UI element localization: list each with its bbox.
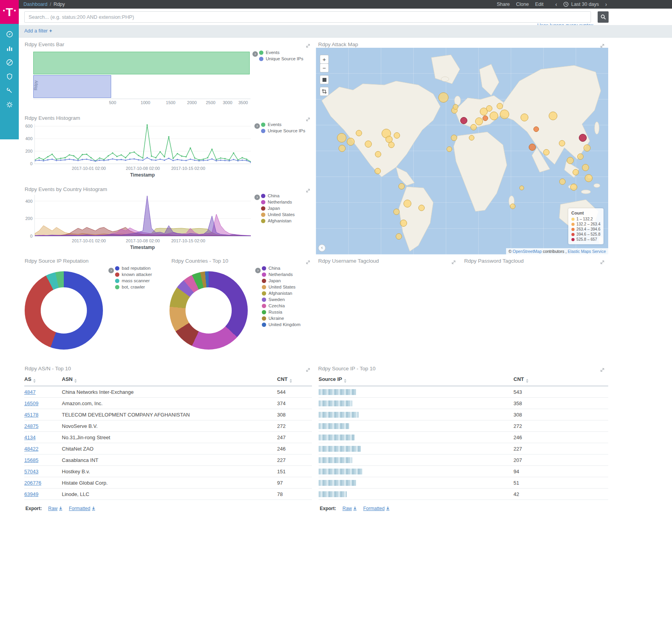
attack-circle[interactable] — [559, 179, 566, 185]
attack-circle[interactable] — [475, 117, 483, 125]
legend-item[interactable]: United States — [261, 212, 295, 217]
legend-item[interactable]: China — [262, 266, 301, 271]
sidebar-item-security[interactable] — [0, 69, 19, 83]
sidebar-item-devtools[interactable] — [0, 83, 19, 97]
export-raw-link[interactable]: Raw — [342, 506, 357, 511]
expand-icon[interactable] — [451, 259, 456, 264]
openstreetmap-link[interactable]: OpenStreetMap — [513, 249, 542, 254]
attack-circle[interactable] — [404, 200, 411, 207]
legend-item[interactable]: Czechia — [262, 303, 301, 308]
attack-circle[interactable] — [500, 110, 509, 119]
legend-toggle-icon[interactable]: › — [254, 123, 260, 129]
expand-icon[interactable] — [600, 259, 605, 264]
as-link[interactable]: 63949 — [24, 491, 38, 497]
sidebar-item-dashboard[interactable] — [0, 55, 19, 69]
attack-circle[interactable] — [567, 157, 574, 164]
attack-circle[interactable] — [573, 169, 579, 175]
attack-circle[interactable] — [460, 117, 467, 124]
legend-item[interactable]: Afghanistan — [262, 291, 301, 296]
reputation-donut-chart[interactable] — [25, 271, 103, 350]
share-button[interactable]: Share — [497, 2, 510, 7]
attack-circle[interactable] — [438, 92, 449, 103]
attack-circle[interactable] — [519, 186, 524, 190]
attack-circle[interactable] — [577, 153, 584, 160]
as-link[interactable]: 45178 — [24, 412, 38, 418]
attack-circle[interactable] — [559, 140, 565, 146]
legend-item[interactable]: known attacker — [115, 272, 152, 277]
expand-icon[interactable] — [306, 188, 310, 192]
attack-circle[interactable] — [470, 124, 477, 130]
sidebar-item-visualize[interactable] — [0, 41, 19, 55]
world-map[interactable]: + − Count 1 – 132.2132.2 – 263.4263.4 – … — [316, 48, 608, 254]
legend-toggle-icon[interactable]: › — [255, 268, 261, 273]
attack-circle[interactable] — [497, 103, 503, 109]
telekom-logo[interactable]: T — [0, 0, 19, 24]
attack-circle[interactable] — [451, 135, 457, 141]
attack-circle[interactable] — [398, 183, 405, 189]
bar-unique-source-ips[interactable] — [33, 75, 111, 98]
attack-circle[interactable] — [549, 112, 557, 120]
attack-circle[interactable] — [521, 114, 528, 121]
expand-icon[interactable] — [306, 43, 310, 47]
legend-item[interactable]: Events — [259, 50, 303, 55]
as-link[interactable]: 24875 — [24, 423, 38, 429]
export-raw-link[interactable]: Raw — [48, 506, 63, 511]
legend-item[interactable]: Ukraine — [262, 316, 301, 321]
breadcrumb-dashboard-link[interactable]: Dashboard — [23, 2, 47, 7]
attack-circle[interactable] — [486, 105, 492, 112]
attack-circle[interactable] — [585, 174, 593, 182]
attack-circle[interactable] — [490, 112, 498, 120]
column-header-asn[interactable]: ASN — [62, 376, 277, 383]
sidebar-item-discover[interactable] — [0, 27, 19, 41]
attack-circle[interactable] — [365, 141, 372, 148]
legend-toggle-icon[interactable]: › — [254, 195, 260, 200]
attack-circle[interactable] — [543, 149, 549, 155]
attack-circle[interactable] — [375, 151, 381, 157]
as-link[interactable]: 4847 — [24, 389, 36, 395]
draw-filter-button[interactable] — [320, 87, 329, 96]
legend-item[interactable]: bad reputation — [115, 266, 152, 271]
attack-circle[interactable] — [356, 130, 362, 136]
legend-item[interactable]: bot, crawler — [115, 285, 152, 289]
edit-button[interactable]: Edit — [535, 2, 544, 7]
expand-icon[interactable] — [306, 367, 310, 372]
legend-item[interactable]: Events — [261, 122, 305, 127]
attack-circle[interactable] — [584, 144, 591, 151]
attribution-toggle[interactable]: ‹ — [318, 244, 326, 252]
sidebar-item-management[interactable] — [0, 97, 19, 112]
attack-circle[interactable] — [579, 134, 587, 142]
fit-bounds-button[interactable] — [320, 75, 329, 84]
attack-circle[interactable] — [418, 205, 425, 211]
as-link[interactable]: 206776 — [24, 480, 41, 486]
attack-circle[interactable] — [388, 142, 395, 148]
countries-donut-chart[interactable] — [169, 271, 248, 350]
legend-item[interactable]: mass scanner — [115, 278, 152, 283]
attack-circle[interactable] — [453, 104, 458, 110]
legend-item[interactable]: Afghanistan — [261, 218, 295, 223]
legend-item[interactable]: Japan — [261, 206, 295, 211]
time-picker[interactable]: Last 30 days — [563, 2, 599, 7]
attack-circle[interactable] — [533, 126, 539, 132]
attack-circle[interactable] — [396, 233, 402, 240]
export-formatted-link[interactable]: Formatted — [363, 506, 390, 511]
expand-icon[interactable] — [306, 116, 310, 121]
column-header-cnt[interactable]: CNT — [277, 376, 312, 383]
attack-circle[interactable] — [339, 145, 346, 152]
legend-item[interactable]: Russia — [262, 310, 301, 314]
legend-item[interactable]: Unique Source IPs — [261, 128, 305, 133]
expand-icon[interactable] — [306, 259, 310, 264]
attack-circle[interactable] — [483, 115, 488, 121]
attack-circle[interactable] — [510, 204, 515, 209]
zoom-out-button[interactable]: − — [320, 63, 329, 72]
export-formatted-link[interactable]: Formatted — [69, 506, 95, 511]
legend-toggle-icon[interactable]: › — [252, 51, 258, 57]
as-link[interactable]: 57043 — [24, 469, 38, 474]
attack-circle[interactable] — [447, 146, 452, 152]
as-link[interactable]: 16509 — [24, 400, 38, 406]
search-button[interactable] — [598, 11, 609, 23]
legend-toggle-icon[interactable]: › — [108, 268, 114, 273]
legend-item[interactable]: China — [261, 193, 295, 198]
attack-circle[interactable] — [394, 132, 400, 139]
attack-circle[interactable] — [529, 144, 536, 151]
legend-item[interactable]: Sweden — [262, 297, 301, 302]
